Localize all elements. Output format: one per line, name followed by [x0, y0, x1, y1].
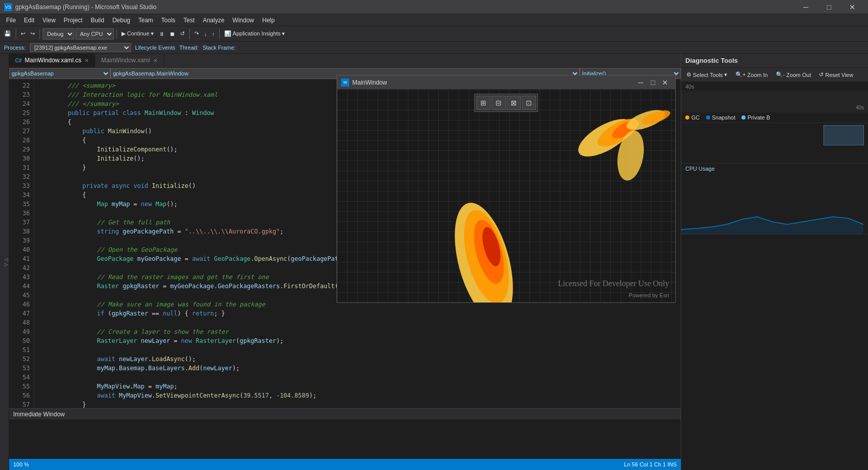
zoom-out-button[interactable]: 🔍- Zoom Out — [773, 70, 814, 79]
config-dropdown[interactable]: Debug — [43, 28, 74, 40]
popup-content: ⊞ ⊟ ⊠ ⊡ — [337, 90, 675, 302]
line-numbers: 2223242526 2728293031 3233343536 3738394… — [9, 79, 34, 408]
menu-window[interactable]: Window — [228, 14, 258, 26]
cursor-info: Ln 56 Col 1 Ch 1 INS — [624, 461, 677, 467]
vs-icon: VS — [4, 3, 12, 11]
status-bar: 100 % Ln 56 Col 1 Ch 1 INS — [9, 459, 681, 470]
tab-bar: C# MainWindow.xaml.cs ✕ MainWindow.xaml … — [9, 54, 681, 68]
main-toolbar: 💾 ↩ ↪ Debug Any CPU ▶ Continue ▾ ⏸ ⏹ ↺ ↷… — [0, 26, 868, 42]
step-into-button[interactable]: ↓ — [202, 28, 209, 40]
menu-build[interactable]: Build — [87, 14, 108, 26]
menu-analyze[interactable]: Analyze — [199, 14, 229, 26]
diagnostic-toolbar: ⚙ Select Tools ▾ 🔍+ Zoom In 🔍- Zoom Out … — [681, 68, 868, 82]
tab-mainwindow-xaml[interactable]: MainWindow.xaml ✕ — [95, 54, 164, 67]
toolbar-sep-1 — [16, 29, 16, 39]
timeline-header: 40s — [681, 82, 868, 91]
toolbar-sep-3 — [116, 29, 117, 39]
immediate-title-text: Immediate Window — [13, 411, 65, 418]
main-window-popup: W MainWindow ─ □ ✕ ⊞ ⊟ ⊠ ⊡ — [337, 75, 676, 303]
menu-help[interactable]: Help — [258, 14, 279, 26]
timeline-time: 40s — [856, 105, 864, 110]
legend-snapshot: Snapshot — [706, 114, 735, 121]
platform-dropdown[interactable]: Any CPU — [75, 28, 114, 40]
zoom-in-button[interactable]: 🔍+ Zoom In — [732, 70, 771, 79]
title-bar: VS gpkgAsBasemap (Running) - Microsoft V… — [0, 0, 868, 14]
cpu-chart-svg — [681, 174, 868, 234]
legend-gc-dot — [685, 115, 689, 120]
legend-gc-label: GC — [691, 114, 700, 121]
menu-bar: File Edit View Project Build Debug Team … — [0, 14, 868, 26]
cpu-chart — [681, 174, 868, 234]
lifecycle-label: Lifecycle Events — [135, 45, 175, 51]
menu-file[interactable]: File — [2, 14, 20, 26]
popup-minimize-button[interactable]: ─ — [635, 76, 647, 89]
timeline-area: 40s 40s — [681, 82, 868, 112]
close-button[interactable]: ✕ — [841, 0, 864, 14]
left-strip-text: ◁▷ — [4, 257, 9, 267]
undo-button[interactable]: ↩ — [19, 28, 27, 40]
menu-team[interactable]: Team — [134, 14, 157, 26]
memory-chart — [681, 123, 868, 164]
menu-debug[interactable]: Debug — [108, 14, 134, 26]
process-bar: Process: [23912] gpkgAsBasemap.exe Lifec… — [0, 42, 868, 54]
menu-view[interactable]: View — [38, 14, 60, 26]
process-label: Process: — [4, 45, 26, 51]
menu-edit[interactable]: Edit — [20, 14, 38, 26]
tab-label-cs: MainWindow.xaml.cs — [25, 57, 81, 64]
powered-text: Powered by Esri — [629, 292, 669, 298]
save-button[interactable]: 💾 — [2, 28, 13, 40]
diagnostic-title: Diagnostic Tools — [681, 54, 868, 68]
step-over-button[interactable]: ↷ — [192, 28, 201, 40]
legend-private-label: Private B — [748, 114, 770, 121]
immediate-window: Immediate Window — [9, 408, 681, 459]
stop-button[interactable]: ⏹ — [168, 28, 177, 40]
app-insights-button[interactable]: 📊 Application Insights ▾ — [222, 28, 287, 40]
namespace-dropdown[interactable]: gpkgAsBasemap — [9, 68, 110, 79]
popup-maximize-button[interactable]: □ — [647, 76, 659, 89]
continue-button[interactable]: ▶ Continue ▾ — [119, 28, 156, 40]
memory-chart-bar — [823, 125, 864, 145]
legend-snapshot-label: Snapshot — [712, 114, 735, 121]
tab-mainwindow-cs[interactable]: C# MainWindow.xaml.cs ✕ — [9, 54, 95, 67]
tab-close-xaml[interactable]: ✕ — [153, 58, 157, 63]
legend-snapshot-dot — [706, 115, 710, 120]
popup-icon: W — [341, 79, 349, 87]
popup-title-text: MainWindow — [352, 79, 635, 86]
redo-button[interactable]: ↪ — [28, 28, 37, 40]
map-area[interactable]: ⊞ ⊟ ⊠ ⊡ — [337, 90, 675, 302]
immediate-title: Immediate Window — [9, 409, 681, 420]
tab-close-cs[interactable]: ✕ — [85, 58, 89, 63]
maximize-button[interactable]: □ — [817, 0, 841, 14]
zoom-level: 100 % — [13, 461, 29, 467]
cpu-label-section: CPU Usage — [681, 164, 868, 174]
reset-view-button[interactable]: ↺ Reset View — [816, 70, 856, 79]
diagnostic-title-text: Diagnostic Tools — [685, 57, 738, 64]
title-bar-controls: ─ □ ✕ — [794, 0, 864, 14]
popup-title-bar: W MainWindow ─ □ ✕ — [337, 75, 675, 90]
popup-close-button[interactable]: ✕ — [659, 76, 671, 89]
title-bar-text: gpkgAsBasemap (Running) - Microsoft Visu… — [15, 4, 794, 11]
menu-project[interactable]: Project — [60, 14, 87, 26]
watermark-text: Licensed For Developer Use Only — [558, 279, 670, 288]
legend-bar: GC Snapshot Private B — [681, 112, 868, 123]
menu-test[interactable]: Test — [180, 14, 199, 26]
menu-tools[interactable]: Tools — [157, 14, 180, 26]
restart-button[interactable]: ↺ — [178, 28, 187, 40]
toolbar-sep-2 — [39, 29, 40, 39]
process-dropdown[interactable]: [23912] gpkgAsBasemap.exe — [30, 43, 131, 52]
pause-button[interactable]: ⏸ — [157, 28, 167, 40]
toolbar-sep-5 — [219, 29, 220, 39]
legend-gc: GC — [685, 114, 700, 121]
diagnostic-tools-panel: Diagnostic Tools ⚙ Select Tools ▾ 🔍+ Zoo… — [681, 54, 868, 470]
legend-private: Private B — [741, 114, 770, 121]
minimize-button[interactable]: ─ — [794, 0, 817, 14]
step-out-button[interactable]: ↑ — [210, 28, 217, 40]
cpu-label-text: CPU Usage — [685, 166, 715, 172]
left-strip: ◁▷ — [0, 54, 9, 470]
select-tools-button[interactable]: ⚙ Select Tools ▾ — [683, 70, 730, 79]
stack-frame-label: Stack Frame: — [202, 45, 235, 51]
thread-label: Thread: — [179, 45, 198, 51]
legend-private-dot — [741, 115, 746, 120]
timeline-label: 40s — [685, 84, 694, 90]
raster-svg — [337, 90, 675, 302]
